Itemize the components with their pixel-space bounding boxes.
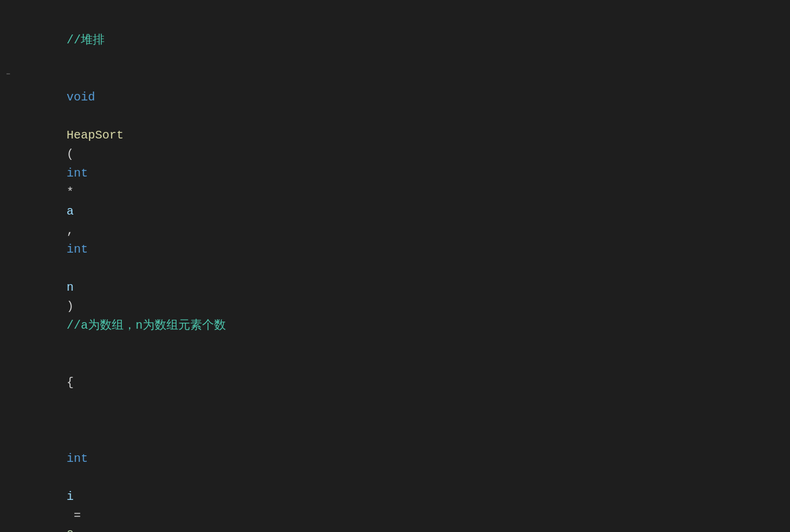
code-line-4: int i = 0 ; bbox=[0, 411, 790, 532]
code-editor: //堆排 − void HeapSort ( int * a , int n )… bbox=[0, 0, 790, 532]
comment-heapsort: //堆排 bbox=[67, 33, 105, 47]
kw-int-i: int bbox=[67, 452, 88, 465]
line-content-2: void HeapSort ( int * a , int n ) //a为数组… bbox=[21, 69, 778, 354]
num-0: 0 bbox=[67, 528, 74, 532]
kw-void: void bbox=[67, 90, 95, 104]
line-content-4: int i = 0 ; bbox=[21, 411, 778, 532]
code-line-1: //堆排 bbox=[0, 12, 790, 69]
kw-int-1: int bbox=[67, 166, 88, 180]
code-line-3: { bbox=[0, 354, 790, 411]
line-content-1: //堆排 bbox=[21, 12, 778, 69]
param-a: a bbox=[67, 204, 74, 218]
fold-btn-1 bbox=[6, 12, 14, 23]
var-i: i bbox=[67, 490, 74, 503]
code-line-2: − void HeapSort ( int * a , int n ) //a为… bbox=[0, 69, 790, 354]
comment-params: //a为数组，n为数组元素个数 bbox=[67, 319, 226, 332]
param-n: n bbox=[67, 281, 74, 294]
line-content-3: { bbox=[21, 354, 778, 411]
fn-heapsort: HeapSort bbox=[67, 128, 124, 142]
fold-btn-2[interactable]: − bbox=[6, 69, 14, 80]
open-brace-1: { bbox=[67, 376, 74, 389]
kw-int-2: int bbox=[67, 243, 88, 256]
